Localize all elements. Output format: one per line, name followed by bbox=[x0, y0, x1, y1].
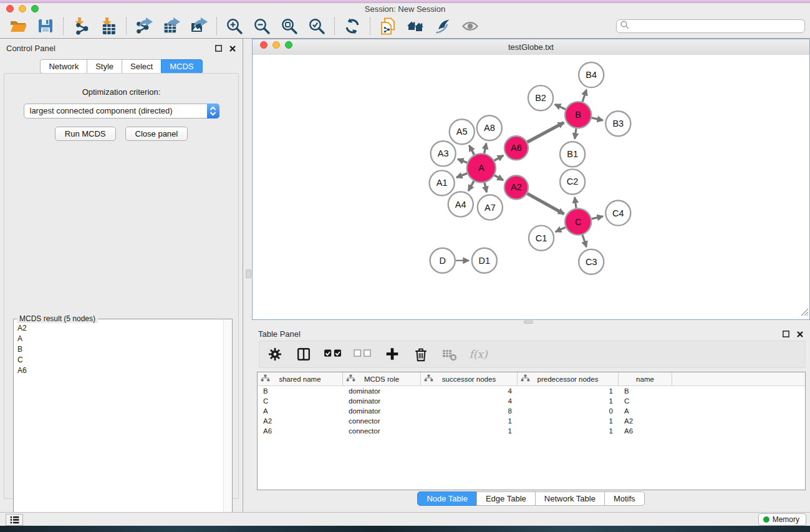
graph-node-A1[interactable]: A1 bbox=[430, 170, 455, 195]
column-header-MCDS-role[interactable]: MCDS role bbox=[343, 372, 421, 385]
graph-node-D[interactable]: D bbox=[430, 248, 455, 273]
open-session-button[interactable] bbox=[6, 16, 30, 36]
graph-node-A[interactable]: A bbox=[467, 153, 496, 182]
table-cell[interactable]: C bbox=[258, 397, 343, 405]
graph-node-A8[interactable]: A8 bbox=[477, 115, 502, 140]
tab-motifs[interactable]: Motifs bbox=[604, 491, 645, 506]
table-cell[interactable]: A bbox=[619, 407, 672, 415]
mcds-result-item[interactable]: B bbox=[14, 344, 224, 355]
annotation-mode-button[interactable] bbox=[431, 16, 455, 36]
mcds-result-scrollbar[interactable] bbox=[223, 319, 232, 532]
float-panel-icon[interactable] bbox=[215, 44, 223, 55]
table-row[interactable]: Adominator80A bbox=[258, 406, 805, 416]
column-header-predecessor-nodes[interactable]: predecessor nodes bbox=[518, 372, 619, 385]
table-cell[interactable]: dominator bbox=[343, 397, 421, 405]
tab-node-table[interactable]: Node Table bbox=[417, 491, 477, 506]
table-cell[interactable]: 1 bbox=[518, 397, 619, 405]
table-cell[interactable]: 4 bbox=[421, 397, 518, 405]
graph-edge-A-A6[interactable] bbox=[494, 155, 503, 160]
graph-edge-A6-B[interactable] bbox=[528, 123, 564, 142]
table-cell[interactable]: 1 bbox=[421, 427, 518, 435]
graph-edge-A-A3[interactable] bbox=[458, 159, 467, 163]
add-column-button[interactable] bbox=[383, 344, 402, 364]
table-cell[interactable]: 1 bbox=[518, 427, 619, 435]
search-input[interactable] bbox=[630, 21, 804, 32]
graph-node-A6[interactable]: A6 bbox=[504, 136, 528, 160]
refresh-network-button[interactable] bbox=[340, 16, 364, 36]
graph-edge-A-A1[interactable] bbox=[456, 173, 467, 178]
import-network-button[interactable] bbox=[69, 16, 93, 36]
graph-node-C3[interactable]: C3 bbox=[579, 249, 604, 274]
table-cell[interactable]: 8 bbox=[421, 407, 518, 415]
graph-edge-C-C1[interactable] bbox=[556, 228, 566, 232]
table-cell[interactable]: A6 bbox=[619, 427, 672, 435]
network-canvas[interactable]: AA1A2A3A4A5A6A7A8BB1B2B3B4CC1C2C3C4DD1 bbox=[253, 55, 809, 319]
search-field[interactable] bbox=[616, 19, 805, 33]
show-graphics-button[interactable] bbox=[458, 16, 482, 36]
zoom-fit-button[interactable] bbox=[277, 16, 301, 36]
table-cell[interactable]: dominator bbox=[343, 407, 421, 415]
table-row[interactable]: A2connector11A2 bbox=[258, 416, 805, 426]
float-table-panel-icon[interactable] bbox=[782, 329, 790, 341]
graph-node-B[interactable]: B bbox=[565, 102, 591, 128]
graph-node-D1[interactable]: D1 bbox=[472, 248, 497, 273]
tab-style[interactable]: Style bbox=[87, 59, 122, 74]
graph-edge-B-B3[interactable] bbox=[592, 118, 603, 120]
table-row[interactable]: Cdominator41C bbox=[258, 396, 805, 406]
graph-edge-C-C3[interactable] bbox=[582, 235, 586, 247]
table-cell[interactable]: 4 bbox=[421, 387, 518, 395]
graph-node-B3[interactable]: B3 bbox=[605, 111, 630, 136]
column-header-name[interactable]: name bbox=[619, 372, 672, 385]
zoom-in-button[interactable] bbox=[223, 16, 246, 36]
deselect-all-button[interactable] bbox=[353, 344, 373, 364]
criterion-select[interactable]: largest connected component (directed) bbox=[24, 104, 219, 118]
graph-edge-C-C2[interactable] bbox=[575, 197, 576, 208]
table-cell[interactable]: C bbox=[619, 397, 672, 405]
graph-node-A2[interactable]: A2 bbox=[504, 175, 528, 199]
table-cell[interactable]: 0 bbox=[518, 407, 619, 415]
table-cell[interactable]: connector bbox=[343, 417, 421, 425]
table-row[interactable]: A6connector11A6 bbox=[258, 426, 805, 436]
tab-select[interactable]: Select bbox=[122, 59, 162, 74]
export-image-button[interactable] bbox=[187, 16, 211, 36]
tab-network[interactable]: Network bbox=[40, 59, 87, 74]
graph-node-C1[interactable]: C1 bbox=[529, 226, 554, 251]
graph-edge-A-A4[interactable] bbox=[468, 181, 474, 190]
tab-network-table[interactable]: Network Table bbox=[535, 491, 605, 506]
graph-node-C2[interactable]: C2 bbox=[560, 169, 585, 194]
graph-edge-B-B2[interactable] bbox=[555, 104, 566, 109]
tab-edge-table[interactable]: Edge Table bbox=[476, 491, 536, 506]
mcds-result-item[interactable]: A2 bbox=[14, 323, 224, 334]
table-cell[interactable]: A2 bbox=[619, 417, 672, 425]
table-cell[interactable]: B bbox=[258, 387, 343, 395]
mcds-result-list[interactable]: A2ABCA6 bbox=[14, 323, 224, 532]
graph-edge-A2-C[interactable] bbox=[527, 193, 564, 214]
column-header-shared-name[interactable]: shared name bbox=[258, 372, 343, 385]
table-cell[interactable]: connector bbox=[343, 427, 421, 435]
graph-edge-A-A7[interactable] bbox=[485, 183, 486, 192]
graph-node-A3[interactable]: A3 bbox=[431, 141, 456, 166]
graph-edge-A-A5[interactable] bbox=[470, 145, 475, 155]
graph-node-A4[interactable]: A4 bbox=[448, 191, 473, 216]
table-cell[interactable]: A2 bbox=[258, 417, 343, 425]
network-window-titlebar[interactable]: testGlobe.txt bbox=[253, 39, 809, 56]
export-network-button[interactable] bbox=[132, 16, 156, 36]
task-history-button[interactable] bbox=[6, 514, 23, 526]
panel-splitter-handle[interactable] bbox=[246, 269, 251, 278]
save-session-button[interactable] bbox=[34, 16, 57, 36]
mcds-result-item[interactable]: A bbox=[14, 334, 224, 344]
graph-edge-C-C4[interactable] bbox=[592, 216, 603, 219]
resize-grip-icon[interactable] bbox=[801, 307, 809, 319]
graph-edge-B-B4[interactable] bbox=[582, 90, 586, 102]
home-layout-button[interactable] bbox=[403, 16, 427, 36]
table-cell[interactable]: A6 bbox=[258, 427, 343, 435]
table-row[interactable]: Bdominator41B bbox=[258, 386, 805, 396]
memory-button[interactable]: Memory bbox=[758, 513, 806, 526]
graph-node-A7[interactable]: A7 bbox=[478, 195, 503, 220]
network-graph[interactable]: AA1A2A3A4A5A6A7A8BB1B2B3B4CC1C2C3C4DD1 bbox=[253, 55, 809, 319]
select-all-button[interactable] bbox=[323, 344, 343, 364]
column-header-successor-nodes[interactable]: successor nodes bbox=[421, 372, 518, 385]
graph-node-B1[interactable]: B1 bbox=[560, 142, 585, 167]
table-cell[interactable]: A bbox=[258, 407, 343, 415]
graph-node-B2[interactable]: B2 bbox=[528, 85, 553, 110]
